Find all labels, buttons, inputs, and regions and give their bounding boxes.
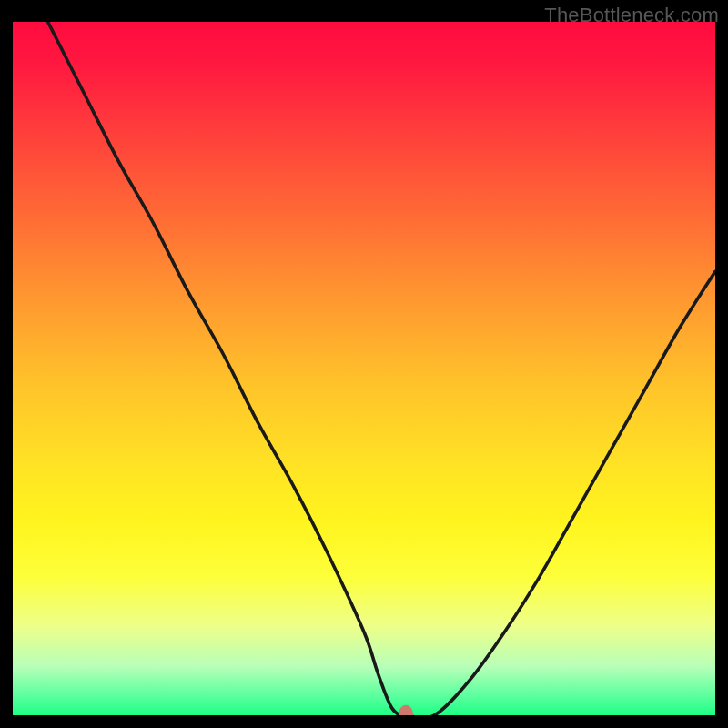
curve-svg [13,22,715,715]
bottleneck-curve [48,22,715,715]
chart-container: TheBottleneck.com [0,0,728,728]
plot-area [13,22,715,715]
watermark-text: TheBottleneck.com [544,4,719,27]
